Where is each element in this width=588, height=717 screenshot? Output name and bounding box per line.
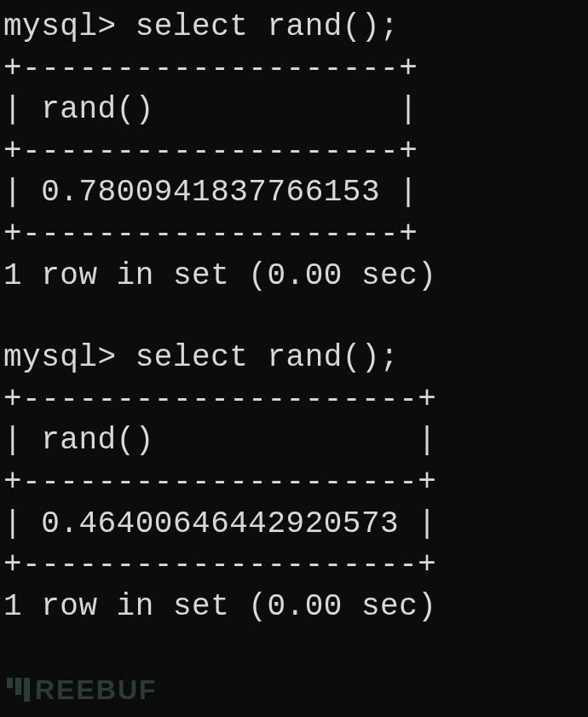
border-top-2: +---------------------+ [3,379,588,421]
border-bot-2: +---------------------+ [3,545,588,587]
status-2: 1 row in set (0.00 sec) [3,587,588,628]
value-1: | 0.7800941837766153 | [3,172,588,214]
command-2: select rand(); [135,340,399,375]
cmd-line-2[interactable]: mysql> select rand(); [3,338,588,379]
value-2: | 0.46400646442920573 | [3,504,588,546]
border-bot-1: +--------------------+ [3,214,588,256]
border-mid-1: +--------------------+ [3,131,588,173]
prompt-1: mysql> [3,9,135,44]
header-2: | rand() | [3,420,588,462]
watermark-text: REEBUF [35,672,158,708]
border-mid-2: +---------------------+ [3,462,588,504]
command-1: select rand(); [135,9,399,44]
cmd-line-1[interactable]: mysql> select rand(); [3,7,588,49]
header-1: | rand() | [3,90,588,131]
prompt-2: mysql> [3,340,135,375]
watermark-bars-icon [7,678,30,702]
watermark: REEBUF [7,672,158,708]
status-1: 1 row in set (0.00 sec) [3,256,588,298]
border-top-1: +--------------------+ [3,49,588,90]
blank-line [3,297,588,338]
